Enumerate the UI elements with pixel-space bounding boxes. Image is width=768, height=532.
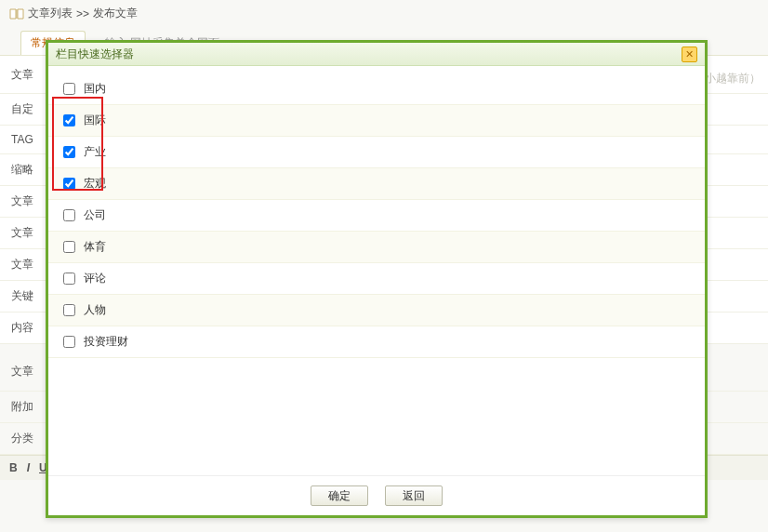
category-label: 宏观: [84, 176, 106, 192]
category-item[interactable]: 国际: [48, 105, 705, 137]
back-button[interactable]: 返回: [385, 485, 443, 506]
category-label: 投资理财: [84, 334, 128, 350]
category-checkbox[interactable]: [63, 336, 75, 348]
category-item[interactable]: 宏观: [48, 168, 705, 200]
category-checkbox[interactable]: [63, 304, 75, 316]
category-list: 国内国际产业宏观公司体育评论人物投资理财: [48, 66, 705, 476]
category-checkbox[interactable]: [63, 273, 75, 285]
category-label: 体育: [84, 239, 106, 255]
category-item[interactable]: 国内: [48, 73, 705, 105]
category-item[interactable]: 投资理财: [48, 326, 705, 358]
category-label: 产业: [84, 144, 106, 160]
category-checkbox[interactable]: [63, 209, 75, 221]
category-label: 人物: [84, 302, 106, 318]
close-icon[interactable]: ✕: [682, 47, 697, 62]
ok-button[interactable]: 确定: [311, 485, 368, 506]
category-label: 评论: [84, 271, 106, 286]
category-item[interactable]: 评论: [48, 263, 705, 295]
category-checkbox[interactable]: [63, 178, 75, 190]
category-checkbox[interactable]: [63, 241, 75, 253]
category-item[interactable]: 公司: [48, 200, 705, 232]
modal-title: 栏目快速选择器: [56, 43, 134, 65]
category-checkbox[interactable]: [63, 114, 75, 126]
category-label: 公司: [84, 207, 106, 223]
category-checkbox[interactable]: [63, 83, 75, 95]
category-item[interactable]: 人物: [48, 295, 705, 326]
column-selector-modal: 栏目快速选择器 ✕ 国内国际产业宏观公司体育评论人物投资理财 确定 返回: [46, 40, 708, 518]
category-label: 国内: [84, 81, 106, 97]
category-label: 国际: [84, 113, 106, 128]
category-item[interactable]: 体育: [48, 232, 705, 263]
category-item[interactable]: 产业: [48, 137, 705, 168]
category-checkbox[interactable]: [63, 146, 75, 158]
